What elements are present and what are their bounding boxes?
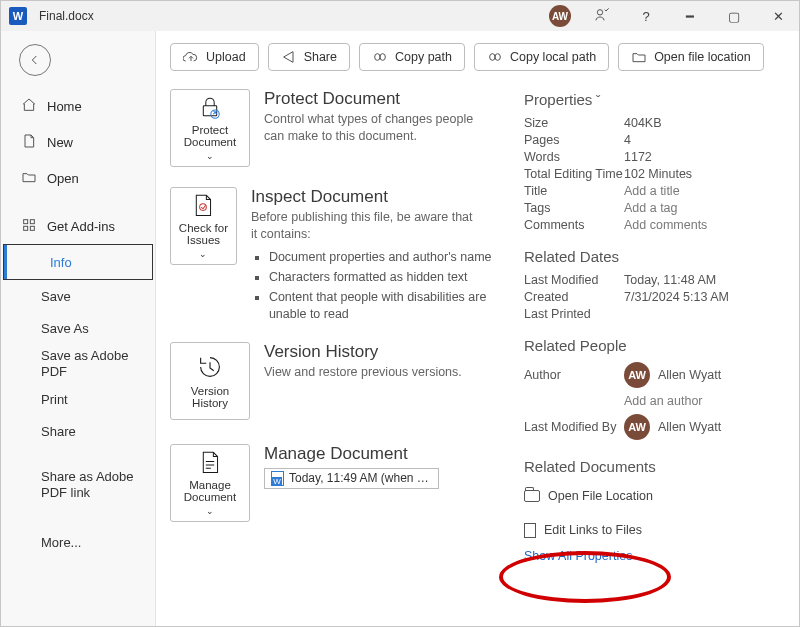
prop-key: Pages (524, 133, 624, 147)
sidebar-label: Save As (41, 321, 89, 336)
main: Home New Open Get Add-ins Info Save Save… (1, 31, 799, 627)
card-label: Check for Issues (175, 222, 232, 247)
prop-key: Last Modified By (524, 420, 624, 434)
sidebar-item-save[interactable]: Save (1, 280, 155, 312)
edit-links-to-files-link[interactable]: Edit Links to Files (524, 517, 783, 543)
button-label: Copy local path (510, 50, 596, 64)
open-icon (21, 169, 37, 188)
inspect-bullet: Characters formatted as hidden text (269, 269, 510, 285)
sidebar: Home New Open Get Add-ins Info Save Save… (1, 31, 156, 627)
inspect-bullet: Document properties and author's name (269, 249, 510, 265)
author-name: Allen Wyatt (658, 368, 721, 382)
version-entry-label: Today, 11:49 AM (when I closed... (289, 471, 439, 485)
new-icon (21, 133, 37, 152)
manage-document-version-entry[interactable]: Today, 11:49 AM (when I closed... (264, 468, 439, 489)
check-for-issues-card[interactable]: Check for Issues ⌄ (170, 187, 237, 265)
button-label: Upload (206, 50, 246, 64)
top-buttons: Upload Share Copy path Copy local path O… (170, 43, 783, 71)
open-file-location-link[interactable]: Open File Location (524, 483, 783, 509)
prop-value: 404KB (624, 116, 662, 130)
svg-rect-3 (24, 226, 28, 230)
protect-document-heading: Protect Document (264, 89, 494, 109)
related-documents-heading: Related Documents (524, 458, 783, 475)
prop-key: Comments (524, 218, 624, 232)
sidebar-label: Print (41, 392, 68, 407)
card-label: Version History (175, 385, 245, 410)
share-button[interactable]: Share (268, 43, 350, 71)
titlebar: W Final.docx AW ? ━ ▢ ✕ (1, 1, 799, 31)
sidebar-item-open[interactable]: Open (1, 160, 155, 196)
version-history-heading: Version History (264, 342, 462, 362)
word-doc-icon (271, 471, 284, 486)
addins-icon (21, 217, 37, 236)
sidebar-item-addins[interactable]: Get Add-ins (1, 208, 155, 244)
sidebar-item-share[interactable]: Share (1, 415, 155, 447)
svg-rect-9 (203, 106, 216, 116)
sidebar-label: More... (41, 535, 81, 550)
sidebar-item-more[interactable]: More... (1, 526, 155, 558)
protect-document-desc: Control what types of changes people can… (264, 111, 494, 145)
folder-icon (524, 490, 540, 502)
svg-point-10 (211, 110, 219, 118)
show-all-properties-link[interactable]: Show All Properties (524, 549, 783, 563)
info-left-column: Protect Document ⌄ Protect Document Cont… (170, 89, 510, 563)
close-button[interactable]: ✕ (765, 9, 791, 24)
prop-key: Author (524, 368, 624, 382)
button-label: Open file location (654, 50, 751, 64)
profile-badge[interactable]: AW (549, 5, 571, 27)
prop-value-editable[interactable]: Add a title (624, 184, 680, 198)
sidebar-item-info[interactable]: Info (3, 244, 153, 280)
sidebar-label: New (47, 135, 73, 150)
inspect-bullet: Content that people with disabilities ar… (269, 289, 510, 322)
sidebar-item-share-as-pdf-link[interactable]: Share as Adobe PDF link (1, 465, 155, 504)
prop-key: Words (524, 150, 624, 164)
sidebar-item-save-as-pdf[interactable]: Save as Adobe PDF (1, 344, 155, 383)
svg-point-8 (495, 54, 500, 61)
sidebar-item-new[interactable]: New (1, 124, 155, 160)
chevron-down-icon: ⌄ (199, 250, 207, 260)
sidebar-label: Home (47, 99, 82, 114)
prop-key: Last Printed (524, 307, 624, 321)
copy-local-path-button[interactable]: Copy local path (474, 43, 609, 71)
prop-key: Size (524, 116, 624, 130)
card-label: Protect Document (175, 124, 245, 149)
maximize-button[interactable]: ▢ (721, 9, 747, 24)
home-icon (21, 97, 37, 116)
version-history-card[interactable]: Version History (170, 342, 250, 420)
related-people-heading: Related People (524, 337, 783, 354)
prop-key: Tags (524, 201, 624, 215)
related-dates-heading: Related Dates (524, 248, 783, 265)
upload-button[interactable]: Upload (170, 43, 259, 71)
minimize-button[interactable]: ━ (677, 9, 703, 24)
prop-value: 4 (624, 133, 631, 147)
properties-heading[interactable]: Properties (524, 91, 783, 108)
protect-document-card[interactable]: Protect Document ⌄ (170, 89, 250, 167)
open-file-location-button[interactable]: Open file location (618, 43, 764, 71)
prop-value-editable[interactable]: Add a tag (624, 201, 678, 215)
svg-rect-1 (24, 219, 28, 223)
last-modified-by-name: Allen Wyatt (658, 420, 721, 434)
manage-document-card[interactable]: Manage Document ⌄ (170, 444, 250, 522)
sidebar-label: Save (41, 289, 71, 304)
copy-path-button[interactable]: Copy path (359, 43, 465, 71)
prop-value-editable[interactable]: Add comments (624, 218, 707, 232)
svg-point-7 (490, 54, 495, 61)
sidebar-item-save-as[interactable]: Save As (1, 312, 155, 344)
help-icon[interactable]: ? (633, 9, 659, 24)
whats-new-icon[interactable] (589, 7, 615, 26)
chevron-down-icon: ⌄ (206, 152, 214, 162)
add-author-link[interactable]: Add an author (624, 394, 703, 408)
info-right-column: Properties Size404KB Pages4 Words1172 To… (518, 89, 783, 563)
back-button[interactable] (19, 44, 51, 76)
sidebar-label: Open (47, 171, 79, 186)
titlebar-controls: AW ? ━ ▢ ✕ (549, 5, 791, 27)
prop-key: Last Modified (524, 273, 624, 287)
button-label: Copy path (395, 50, 452, 64)
sidebar-item-home[interactable]: Home (1, 88, 155, 124)
sidebar-item-print[interactable]: Print (1, 383, 155, 415)
svg-point-0 (597, 9, 602, 14)
prop-key: Total Editing Time (524, 167, 624, 181)
sidebar-label: Share as Adobe PDF link (41, 469, 155, 500)
inspect-document-heading: Inspect Document (251, 187, 510, 207)
sidebar-label: Get Add-ins (47, 219, 115, 234)
